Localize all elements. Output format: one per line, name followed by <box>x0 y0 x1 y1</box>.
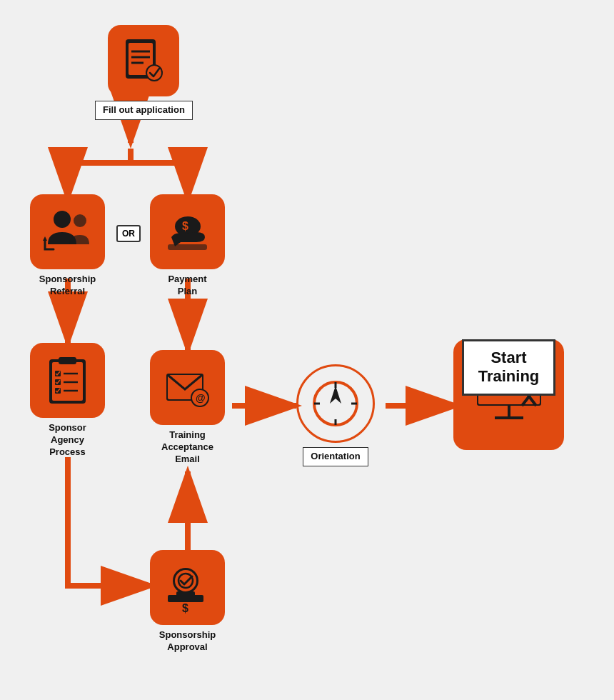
svg-rect-60 <box>176 591 195 597</box>
svg-text:$: $ <box>182 602 188 614</box>
svg-rect-22 <box>59 357 76 364</box>
svg-marker-35 <box>330 386 341 404</box>
svg-text:@: @ <box>196 392 206 404</box>
flowchart: Fill out application SponsorshipReferral… <box>0 0 614 700</box>
fill-application-icon <box>108 25 179 96</box>
orientation-node: Orientation <box>296 364 375 466</box>
or-badge: OR <box>116 225 141 242</box>
svg-point-15 <box>74 214 86 227</box>
training-acceptance-node: @ TrainingAcceptanceEmail <box>150 350 225 466</box>
sponsorship-referral-icon <box>30 194 105 269</box>
orientation-icon <box>296 364 375 443</box>
sponsorship-approval-node: $ SponsorshipApproval <box>150 550 225 654</box>
svg-marker-16 <box>43 236 47 241</box>
sponsor-agency-label: SponsorAgencyProcess <box>49 422 86 459</box>
sponsor-agency-node: SponsorAgencyProcess <box>30 343 105 459</box>
sponsor-agency-icon <box>30 343 105 418</box>
svg-point-14 <box>54 211 71 228</box>
orientation-label: Orientation <box>303 447 368 466</box>
payment-plan-icon: $ <box>150 194 225 269</box>
payment-plan-label: PaymentPlan <box>168 274 206 298</box>
payment-plan-node: $ PaymentPlan <box>150 194 225 298</box>
training-acceptance-label: TrainingAcceptanceEmail <box>161 429 213 466</box>
svg-text:$: $ <box>182 220 188 232</box>
fill-application-node: Fill out application <box>95 25 193 120</box>
sponsorship-approval-icon: $ <box>150 550 225 625</box>
start-training-label: StartTraining <box>462 339 556 396</box>
start-training-node: StartTraining <box>453 339 564 450</box>
sponsorship-referral-node: SponsorshipReferral <box>30 194 105 298</box>
training-acceptance-icon: @ <box>150 350 225 425</box>
fill-application-label: Fill out application <box>95 101 193 120</box>
sponsorship-referral-label: SponsorshipReferral <box>39 274 96 298</box>
sponsorship-approval-label: SponsorshipApproval <box>159 629 216 654</box>
svg-rect-19 <box>168 244 207 250</box>
